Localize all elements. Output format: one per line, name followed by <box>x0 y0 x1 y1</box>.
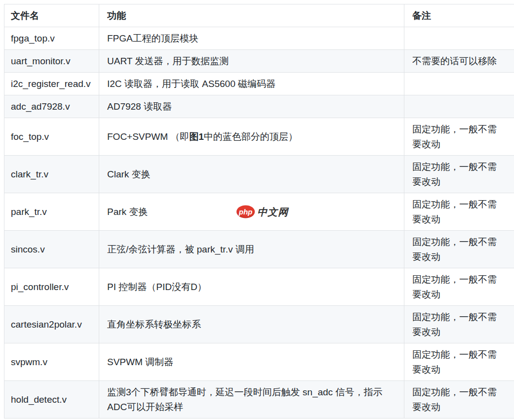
php-cn-site-name: 中文网 <box>257 204 288 219</box>
remarks-cell <box>404 27 514 50</box>
remarks-cell: 固定功能，一般不需要改动 <box>404 306 514 343</box>
function-cell: FPGA工程的顶层模块 <box>99 27 404 50</box>
remarks-cell: 固定功能，一般不需要改动 <box>404 193 514 231</box>
function-cell: SVPWM 调制器 <box>99 343 404 381</box>
filename-cell: pi_controller.v <box>4 268 99 306</box>
table-row: cartesian2polar.v 直角坐标系转极坐标系 固定功能，一般不需要改… <box>4 306 514 343</box>
php-cn-watermark-logo: php 中文网 <box>237 204 288 219</box>
column-header-filename: 文件名 <box>4 4 99 27</box>
filename-cell: fpga_top.v <box>4 27 99 50</box>
filename-cell: i2c_register_read.v <box>4 73 99 95</box>
table-row: svpwm.v SVPWM 调制器 固定功能，一般不需要改动 <box>4 343 514 381</box>
table-header-row: 文件名 功能 备注 <box>4 4 514 27</box>
file-description-table: 文件名 功能 备注 fpga_top.v FPGA工程的顶层模块 uart_mo… <box>4 4 514 419</box>
table-row: sincos.v 正弦/余弦计算器，被 park_tr.v 调用 固定功能，一般… <box>4 231 514 268</box>
column-header-function: 功能 <box>99 4 404 27</box>
filename-cell: svpwm.v <box>4 343 99 381</box>
column-header-remarks: 备注 <box>404 4 514 27</box>
remarks-text: 固定功能，一般不需要改动 <box>412 197 502 226</box>
table-row: park_tr.v Park 变换 php 中文网 固定功能，一般不需要改动 <box>4 193 514 231</box>
remarks-cell <box>404 95 514 118</box>
function-cell: PI 控制器（PID没有D） <box>99 268 404 306</box>
filename-cell: hold_detect.v <box>4 381 99 419</box>
function-text: Park 变换 <box>107 207 148 217</box>
function-cell: 监测3个下桥臂都导通时，延迟一段时间后触发 sn_adc 信号，指示ADC可以开… <box>99 381 404 419</box>
function-cell: Park 变换 php 中文网 <box>99 193 404 231</box>
table-row: uart_monitor.v UART 发送器，用于数据监测 不需要的话可以移除 <box>4 50 514 73</box>
filename-cell: foc_top.v <box>4 118 99 156</box>
function-cell: 直角坐标系转极坐标系 <box>99 306 404 343</box>
figure-reference-bold: 图1 <box>189 131 204 142</box>
remarks-text: 固定功能，一般不需要改动 <box>412 347 502 377</box>
function-cell: UART 发送器，用于数据监测 <box>99 50 404 73</box>
function-text: 中的蓝色部分的顶层） <box>204 131 298 142</box>
remarks-text: 固定功能，一般不需要改动 <box>412 235 502 264</box>
remarks-cell: 固定功能，一般不需要改动 <box>404 343 514 381</box>
remarks-text: 固定功能，一般不需要改动 <box>412 160 502 189</box>
remarks-cell <box>404 73 514 95</box>
remarks-text: 不需要的话可以移除 <box>412 54 497 68</box>
filename-cell: adc_ad7928.v <box>4 95 99 118</box>
remarks-text: 固定功能，一般不需要改动 <box>412 385 502 414</box>
remarks-cell: 固定功能，一般不需要改动 <box>404 381 514 419</box>
function-cell: Clark 变换 <box>99 156 404 193</box>
remarks-text: 固定功能，一般不需要改动 <box>412 122 502 151</box>
remarks-cell: 不需要的话可以移除 <box>404 50 514 73</box>
table-row: clark_tr.v Clark 变换 固定功能，一般不需要改动 <box>4 156 514 193</box>
table-row: hold_detect.v 监测3个下桥臂都导通时，延迟一段时间后触发 sn_a… <box>4 381 514 419</box>
function-cell: I2C 读取器，用于读取 AS5600 磁编码器 <box>99 73 404 95</box>
remarks-cell: 固定功能，一般不需要改动 <box>404 156 514 193</box>
php-logo-icon: php <box>237 206 255 218</box>
filename-cell: cartesian2polar.v <box>4 306 99 343</box>
remarks-text: 固定功能，一般不需要改动 <box>412 272 502 301</box>
table-row: adc_ad7928.v AD7928 读取器 <box>4 95 514 118</box>
table-row: fpga_top.v FPGA工程的顶层模块 <box>4 27 514 50</box>
filename-cell: uart_monitor.v <box>4 50 99 73</box>
remarks-cell: 固定功能，一般不需要改动 <box>404 268 514 306</box>
function-cell: 正弦/余弦计算器，被 park_tr.v 调用 <box>99 231 404 268</box>
table-row: pi_controller.v PI 控制器（PID没有D） 固定功能，一般不需… <box>4 268 514 306</box>
filename-cell: clark_tr.v <box>4 156 99 193</box>
function-text: FOC+SVPWM （即 <box>107 131 189 142</box>
remarks-cell: 固定功能，一般不需要改动 <box>404 118 514 156</box>
table-row: foc_top.v FOC+SVPWM （即图1中的蓝色部分的顶层） 固定功能，… <box>4 118 514 156</box>
remarks-cell: 固定功能，一般不需要改动 <box>404 231 514 268</box>
function-cell: AD7928 读取器 <box>99 95 404 118</box>
filename-cell: park_tr.v <box>4 193 99 231</box>
remarks-text: 固定功能，一般不需要改动 <box>412 310 502 339</box>
function-cell: FOC+SVPWM （即图1中的蓝色部分的顶层） <box>99 118 404 156</box>
table-row: i2c_register_read.v I2C 读取器，用于读取 AS5600 … <box>4 73 514 95</box>
filename-cell: sincos.v <box>4 231 99 268</box>
